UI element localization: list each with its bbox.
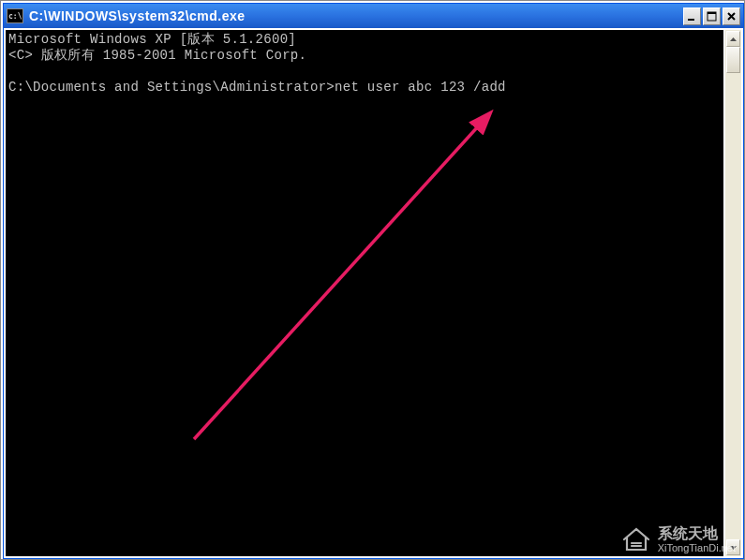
- vertical-scrollbar[interactable]: [725, 30, 741, 556]
- typed-command: net user abc 123 /add: [335, 80, 506, 95]
- minimize-button[interactable]: [683, 7, 701, 25]
- scroll-thumb[interactable]: [726, 47, 740, 73]
- svg-rect-0: [688, 19, 694, 21]
- output-line-2: <C> 版权所有 1985-2001 Microsoft Corp.: [8, 48, 721, 64]
- maximize-button[interactable]: [703, 7, 721, 25]
- window-controls: [683, 7, 740, 25]
- terminal-container: Microsoft Windows XP [版本 5.1.2600]<C> 版权…: [4, 28, 743, 558]
- command-line: C:\Documents and Settings\Administrator>…: [8, 80, 721, 96]
- output-line-blank: [8, 64, 721, 80]
- window-titlebar[interactable]: c:\ C:\WINDOWS\system32\cmd.exe: [4, 4, 743, 28]
- watermark: 系统天地 XiTongTianDi.net: [620, 525, 736, 553]
- close-button[interactable]: [723, 7, 740, 25]
- cmd-window: c:\ C:\WINDOWS\system32\cmd.exe Microsof…: [3, 3, 744, 559]
- prompt: C:\Documents and Settings\Administrator>: [8, 80, 335, 95]
- watermark-url: XiTongTianDi.net: [658, 542, 736, 553]
- output-line-1: Microsoft Windows XP [版本 5.1.2600]: [8, 32, 721, 48]
- window-title: C:\WINDOWS\system32\cmd.exe: [29, 8, 683, 23]
- cmd-icon: c:\: [7, 8, 23, 23]
- watermark-name: 系统天地: [658, 525, 736, 542]
- svg-rect-2: [708, 12, 716, 14]
- scroll-up-button[interactable]: [726, 31, 740, 47]
- house-icon: [620, 526, 652, 553]
- terminal-output[interactable]: Microsoft Windows XP [版本 5.1.2600]<C> 版权…: [6, 30, 723, 556]
